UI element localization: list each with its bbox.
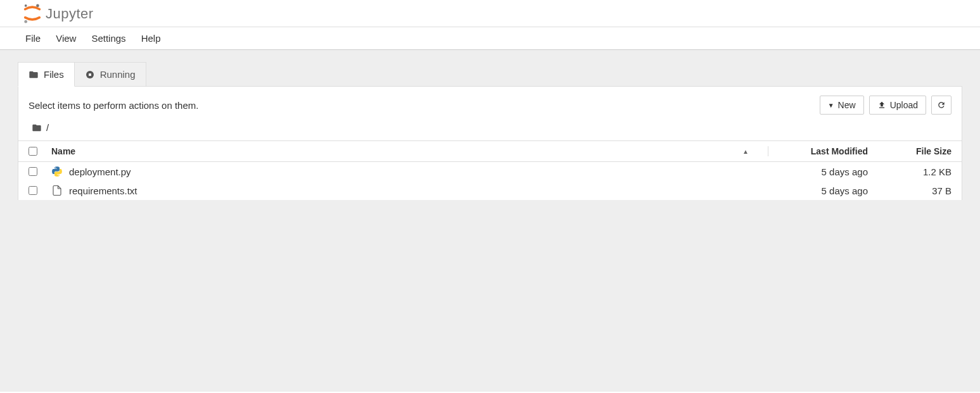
- python-icon: [51, 166, 63, 177]
- file-size: 1.2 KB: [875, 166, 951, 177]
- file-size: 37 B: [875, 185, 951, 196]
- menu-view[interactable]: View: [48, 28, 84, 49]
- new-button[interactable]: ▼ New: [820, 96, 864, 115]
- table-header: Name ▲ Last Modified File Size: [18, 140, 962, 162]
- file-modified: 5 days ago: [768, 185, 875, 196]
- tab-files-label: Files: [44, 69, 64, 80]
- file-name: requirements.txt: [69, 185, 137, 196]
- file-browser: Select items to perform actions on them.…: [18, 86, 962, 200]
- row-checkbox[interactable]: [29, 186, 37, 195]
- upload-button[interactable]: Upload: [869, 96, 926, 115]
- content-area: Files Running Select items to perform ac…: [0, 50, 980, 392]
- logo-text: Jupyter: [46, 6, 94, 22]
- file-icon: [51, 185, 63, 196]
- menubar: File View Settings Help: [0, 27, 980, 50]
- file-modified: 5 days ago: [768, 166, 875, 177]
- breadcrumb[interactable]: /: [18, 122, 962, 140]
- app-header: Jupyter: [0, 0, 980, 27]
- new-button-label: New: [838, 100, 856, 110]
- table-row: deployment.py 5 days ago 1.2 KB: [18, 162, 962, 181]
- tab-running-label: Running: [100, 69, 136, 80]
- tabs: Files Running: [18, 61, 962, 86]
- column-size-header[interactable]: File Size: [875, 146, 951, 156]
- menu-help[interactable]: Help: [134, 28, 169, 49]
- caret-down-icon: ▼: [828, 102, 834, 109]
- refresh-button[interactable]: [931, 96, 951, 115]
- running-icon: [85, 70, 95, 80]
- folder-icon: [29, 70, 39, 80]
- folder-icon: [31, 123, 42, 133]
- menu-file[interactable]: File: [18, 28, 48, 49]
- svg-rect-4: [89, 73, 91, 76]
- column-modified-label: Last Modified: [811, 146, 868, 156]
- svg-point-2: [24, 20, 27, 23]
- column-name-label: Name: [51, 146, 75, 156]
- tab-running[interactable]: Running: [75, 62, 146, 87]
- upload-button-label: Upload: [890, 100, 918, 110]
- toolbar-hint: Select items to perform actions on them.: [29, 100, 198, 111]
- select-all-checkbox[interactable]: [29, 147, 37, 156]
- upload-icon: [877, 101, 886, 109]
- menu-settings[interactable]: Settings: [84, 28, 133, 49]
- tab-files[interactable]: Files: [18, 62, 75, 87]
- toolbar: Select items to perform actions on them.…: [18, 87, 962, 122]
- file-link[interactable]: requirements.txt: [51, 185, 137, 196]
- column-name-header[interactable]: Name ▲: [49, 146, 768, 156]
- row-checkbox[interactable]: [29, 167, 37, 176]
- column-size-label: File Size: [916, 146, 951, 156]
- sort-asc-icon: ▲: [742, 148, 749, 155]
- svg-point-0: [25, 4, 27, 7]
- file-name: deployment.py: [69, 166, 131, 177]
- refresh-icon: [937, 101, 946, 109]
- column-modified-header[interactable]: Last Modified: [768, 146, 875, 156]
- breadcrumb-root: /: [46, 122, 49, 133]
- file-link[interactable]: deployment.py: [51, 166, 131, 177]
- jupyter-logo[interactable]: Jupyter: [23, 4, 94, 24]
- table-row: requirements.txt 5 days ago 37 B: [18, 181, 962, 200]
- jupyter-logo-icon: [23, 4, 42, 24]
